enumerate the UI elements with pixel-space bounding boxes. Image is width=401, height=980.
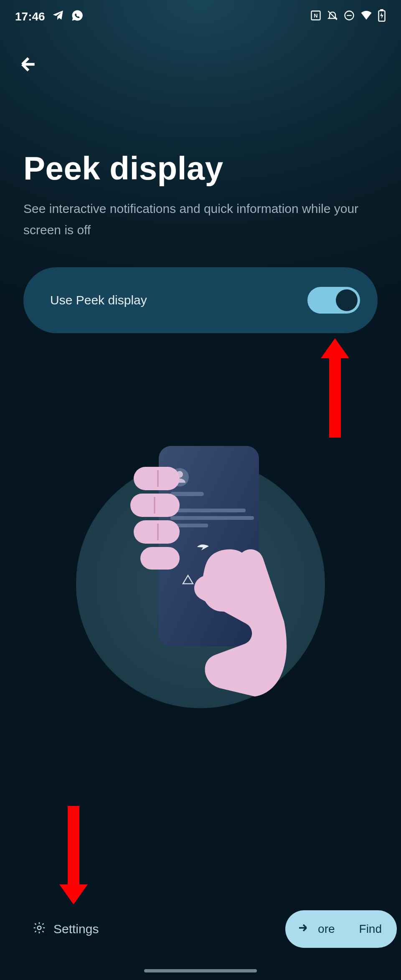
gesture-nav-bar[interactable] (144, 969, 257, 972)
svg-rect-10 (170, 492, 204, 496)
back-arrow-icon (19, 55, 38, 73)
back-button[interactable] (15, 51, 42, 78)
toggle-label: Use Peek display (50, 293, 147, 307)
wifi-icon (360, 9, 373, 25)
bell-off-icon (327, 10, 338, 24)
whatsapp-icon (71, 9, 84, 25)
peek-display-toggle[interactable] (307, 287, 360, 314)
svg-rect-16 (134, 467, 180, 490)
pill-text-ore: ore (318, 922, 335, 936)
svg-point-23 (38, 926, 41, 929)
find-more-pill[interactable]: ore Find (285, 910, 397, 948)
svg-text:N: N (314, 12, 317, 18)
bottom-row: Settings ore Find (0, 910, 401, 948)
status-left: 17:46 (15, 9, 84, 25)
svg-rect-5 (380, 9, 383, 11)
telegram-icon (52, 9, 64, 25)
status-time: 17:46 (15, 10, 45, 23)
battery-charging-icon (378, 9, 386, 25)
nfc-icon: N (310, 10, 322, 24)
status-right: N (310, 9, 386, 25)
svg-rect-12 (170, 516, 254, 520)
page-subtitle: See interactive notifications and quick … (23, 198, 378, 241)
page-title: Peek display (23, 149, 223, 187)
minus-circle-icon (343, 10, 355, 24)
use-peek-display-row[interactable]: Use Peek display (23, 267, 378, 333)
svg-rect-18 (134, 520, 180, 544)
svg-rect-19 (140, 547, 180, 570)
arrow-right-icon (297, 922, 310, 937)
settings-label: Settings (53, 922, 99, 936)
pill-text-find: Find (359, 922, 382, 936)
settings-button[interactable]: Settings (33, 921, 99, 937)
peek-display-illustration (76, 459, 325, 708)
status-bar: 17:46 N (0, 0, 401, 33)
gear-icon (33, 921, 46, 937)
svg-rect-11 (170, 509, 246, 512)
